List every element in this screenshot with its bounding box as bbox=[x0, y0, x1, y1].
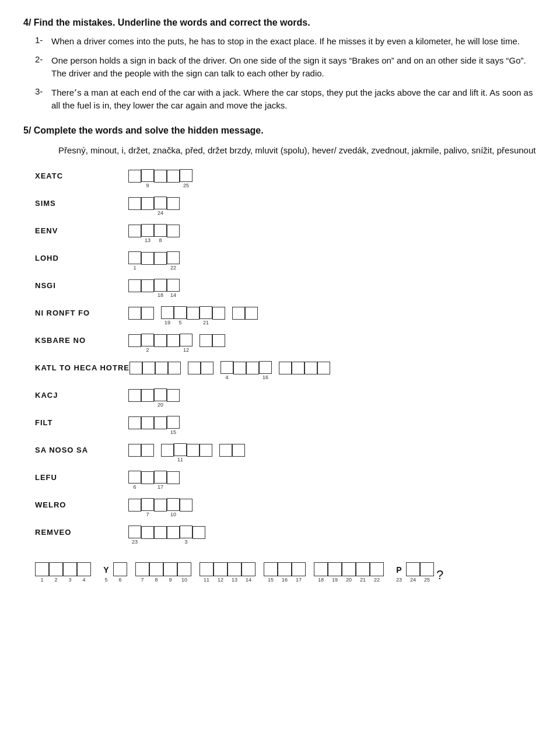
letter-box[interactable] bbox=[167, 416, 180, 429]
letter-box[interactable] bbox=[154, 197, 167, 209]
letter-box[interactable] bbox=[154, 279, 167, 292]
letter-box[interactable] bbox=[246, 362, 259, 374]
letter-box[interactable] bbox=[167, 389, 180, 402]
letter-box[interactable] bbox=[154, 334, 167, 347]
letter-box[interactable] bbox=[128, 307, 141, 320]
letter-box[interactable] bbox=[200, 306, 212, 319]
letter-box[interactable] bbox=[141, 279, 154, 292]
letter-box[interactable] bbox=[317, 362, 330, 374]
answer-box[interactable] bbox=[63, 562, 77, 576]
letter-box[interactable] bbox=[128, 499, 141, 512]
answer-box[interactable] bbox=[314, 562, 328, 576]
letter-box[interactable] bbox=[180, 334, 192, 346]
letter-box[interactable] bbox=[161, 444, 174, 457]
letter-box[interactable] bbox=[154, 170, 167, 183]
letter-box[interactable] bbox=[212, 334, 225, 347]
letter-box[interactable] bbox=[279, 362, 292, 374]
letter-box[interactable] bbox=[128, 334, 141, 347]
letter-box[interactable] bbox=[141, 197, 154, 210]
letter-box[interactable] bbox=[128, 251, 141, 264]
letter-box[interactable] bbox=[259, 361, 272, 374]
letter-box[interactable] bbox=[141, 471, 154, 484]
answer-box[interactable] bbox=[228, 562, 242, 576]
answer-box[interactable] bbox=[420, 562, 434, 576]
letter-box[interactable] bbox=[174, 306, 187, 319]
letter-box[interactable] bbox=[167, 170, 180, 183]
letter-box[interactable] bbox=[161, 306, 174, 319]
letter-box[interactable] bbox=[141, 169, 154, 182]
letter-box[interactable] bbox=[232, 444, 245, 457]
letter-box[interactable] bbox=[128, 389, 141, 402]
answer-box[interactable] bbox=[149, 562, 163, 576]
answer-box[interactable] bbox=[200, 562, 214, 576]
answer-box[interactable] bbox=[328, 562, 342, 576]
letter-box[interactable] bbox=[167, 334, 180, 347]
letter-box[interactable] bbox=[233, 362, 246, 374]
letter-box[interactable] bbox=[304, 362, 317, 374]
answer-box[interactable] bbox=[214, 562, 228, 576]
letter-box[interactable] bbox=[174, 443, 187, 456]
letter-box[interactable] bbox=[292, 362, 304, 374]
letter-box[interactable] bbox=[154, 388, 167, 401]
answer-box[interactable] bbox=[242, 562, 256, 576]
letter-box[interactable] bbox=[141, 389, 154, 402]
letter-box[interactable] bbox=[130, 362, 142, 374]
letter-box[interactable] bbox=[154, 416, 167, 429]
letter-box[interactable] bbox=[128, 225, 141, 237]
letter-box[interactable] bbox=[187, 307, 200, 320]
answer-box[interactable] bbox=[49, 562, 63, 576]
letter-box[interactable] bbox=[200, 444, 212, 457]
answer-box[interactable] bbox=[135, 562, 149, 576]
letter-box[interactable] bbox=[188, 362, 201, 374]
answer-box[interactable] bbox=[406, 562, 420, 576]
answer-box[interactable] bbox=[177, 562, 191, 576]
letter-box[interactable] bbox=[141, 498, 154, 511]
letter-box[interactable] bbox=[128, 526, 141, 538]
letter-box[interactable] bbox=[200, 334, 212, 347]
answer-box[interactable] bbox=[163, 562, 177, 576]
letter-box[interactable] bbox=[141, 334, 154, 346]
letter-box[interactable] bbox=[167, 279, 180, 292]
letter-box[interactable] bbox=[155, 362, 168, 374]
letter-box[interactable] bbox=[141, 526, 154, 539]
letter-box[interactable] bbox=[220, 361, 233, 374]
letter-box[interactable] bbox=[187, 444, 200, 457]
letter-box[interactable] bbox=[128, 279, 141, 292]
letter-box[interactable] bbox=[141, 307, 154, 320]
letter-box[interactable] bbox=[154, 471, 167, 484]
letter-box[interactable] bbox=[180, 499, 192, 512]
letter-box[interactable] bbox=[180, 526, 192, 538]
answer-box[interactable] bbox=[113, 562, 127, 576]
letter-box[interactable] bbox=[141, 224, 154, 237]
letter-box[interactable] bbox=[141, 444, 154, 457]
letter-box[interactable] bbox=[154, 526, 167, 539]
letter-box[interactable] bbox=[167, 197, 180, 210]
letter-box[interactable] bbox=[154, 252, 167, 265]
letter-box[interactable] bbox=[128, 416, 141, 429]
letter-box[interactable] bbox=[168, 362, 181, 374]
answer-box[interactable] bbox=[264, 562, 278, 576]
letter-box[interactable] bbox=[167, 498, 180, 511]
answer-box[interactable] bbox=[370, 562, 384, 576]
letter-box[interactable] bbox=[141, 416, 154, 429]
answer-box[interactable] bbox=[77, 562, 91, 576]
letter-box[interactable] bbox=[128, 197, 141, 210]
letter-box[interactable] bbox=[167, 251, 180, 264]
letter-box[interactable] bbox=[128, 170, 141, 183]
letter-box[interactable] bbox=[167, 471, 180, 484]
letter-box[interactable] bbox=[232, 307, 245, 320]
answer-box[interactable] bbox=[278, 562, 292, 576]
letter-box[interactable] bbox=[219, 444, 232, 457]
letter-box[interactable] bbox=[128, 471, 141, 484]
letter-box[interactable] bbox=[141, 252, 154, 265]
letter-box[interactable] bbox=[167, 225, 180, 237]
answer-box[interactable] bbox=[356, 562, 370, 576]
letter-box[interactable] bbox=[201, 362, 214, 374]
letter-box[interactable] bbox=[167, 526, 180, 539]
letter-box[interactable] bbox=[154, 224, 167, 237]
answer-box[interactable] bbox=[292, 562, 306, 576]
answer-box[interactable] bbox=[35, 562, 49, 576]
letter-box[interactable] bbox=[128, 444, 141, 457]
letter-box[interactable] bbox=[180, 169, 192, 182]
letter-box[interactable] bbox=[245, 307, 258, 320]
